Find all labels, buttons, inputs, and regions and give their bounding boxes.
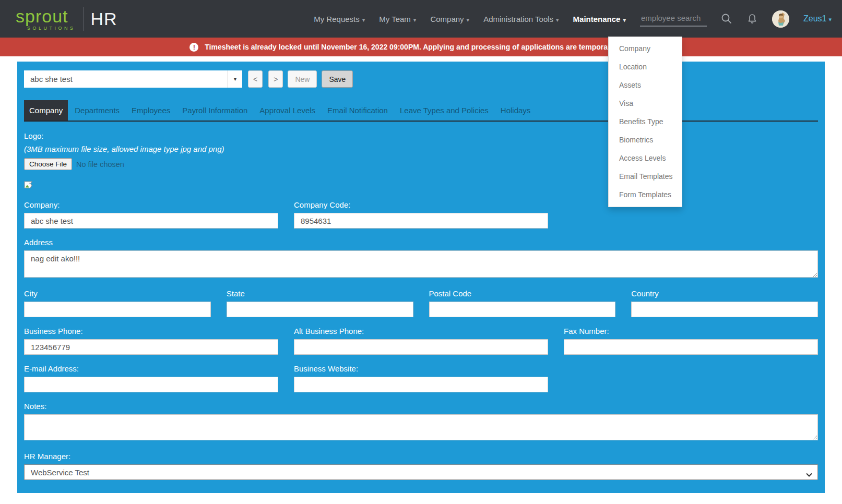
- company-field[interactable]: [24, 213, 278, 229]
- postal-code-label: Postal Code: [429, 289, 616, 298]
- nav-company[interactable]: Company▾: [430, 15, 469, 23]
- fax-number-field[interactable]: [564, 339, 818, 355]
- postal-code-field[interactable]: [429, 302, 616, 317]
- nav-links: My Requests▾ My Team▾ Company▾ Administr…: [314, 10, 832, 28]
- employee-search-input[interactable]: [640, 11, 707, 27]
- save-button[interactable]: Save: [322, 70, 353, 88]
- tab-email-notification[interactable]: Email Notification: [322, 100, 393, 121]
- logo-file-input: Choose File No file chosen: [24, 158, 818, 170]
- brand-logo[interactable]: sprout SOLUTIONS HR: [16, 7, 117, 31]
- alert-exclamation-icon: !: [189, 43, 198, 52]
- city-field[interactable]: [24, 302, 211, 317]
- tab-leave-types-and-policies[interactable]: Leave Types and Policies: [395, 100, 494, 121]
- top-nav: sprout SOLUTIONS HR My Requests▾ My Team…: [0, 0, 842, 38]
- tab-holidays[interactable]: Holidays: [495, 100, 536, 121]
- chevron-down-icon: ▾: [362, 17, 365, 23]
- notes-label: Notes:: [24, 402, 818, 411]
- user-menu[interactable]: Zeus1▾: [803, 14, 832, 23]
- chevron-down-icon: ▾: [623, 17, 626, 23]
- menu-item-location[interactable]: Location: [609, 58, 682, 76]
- nav-my-requests[interactable]: My Requests▾: [314, 15, 365, 23]
- brand-product: HR: [91, 9, 117, 29]
- menu-item-benefits-type[interactable]: Benefits Type: [609, 113, 682, 131]
- logo-note: (3MB maximum file size, allowed image ty…: [24, 145, 818, 153]
- tab-bar: Company Departments Employees Payroll In…: [24, 100, 818, 122]
- hr-manager-selected-value: WebService Test: [31, 468, 89, 477]
- prev-company-button[interactable]: <: [248, 70, 263, 88]
- hr-manager-select[interactable]: WebService Test: [24, 464, 818, 480]
- menu-item-visa[interactable]: Visa: [609, 94, 682, 113]
- email-address-label: E-mail Address:: [24, 364, 278, 373]
- bell-icon[interactable]: [746, 13, 758, 25]
- alt-business-phone-label: Alt Business Phone:: [294, 327, 548, 335]
- tab-approval-levels[interactable]: Approval Levels: [254, 100, 321, 121]
- nav-my-team[interactable]: My Team▾: [379, 15, 416, 23]
- chevron-down-icon: ▾: [828, 16, 832, 22]
- chevron-down-icon: ▾: [413, 17, 417, 23]
- state-field[interactable]: [227, 302, 413, 317]
- nav-administration-tools[interactable]: Administration Tools▾: [483, 15, 559, 23]
- address-field[interactable]: nag edit ako!!!: [24, 250, 818, 278]
- company-toolbar: ▾ < > New Save: [24, 70, 818, 88]
- brand-divider: [83, 7, 84, 31]
- country-field[interactable]: [631, 302, 818, 317]
- company-form: Logo: (3MB maximum file size, allowed im…: [24, 131, 818, 480]
- menu-item-access-levels[interactable]: Access Levels: [609, 149, 682, 167]
- combo-arrow-icon[interactable]: ▾: [228, 70, 242, 88]
- new-button[interactable]: New: [288, 70, 317, 88]
- select-chevron-icon: [806, 470, 812, 478]
- logo-label: Logo:: [24, 131, 818, 140]
- chevron-down-icon: ▾: [556, 17, 559, 23]
- brand-name: sprout: [16, 7, 76, 25]
- hr-manager-label: HR Manager:: [24, 452, 818, 461]
- alert-text: Timesheet is already locked until Novemb…: [205, 43, 652, 51]
- menu-item-email-templates[interactable]: Email Templates: [609, 167, 682, 186]
- alert-banner: ! Timesheet is already locked until Nove…: [0, 38, 842, 56]
- notes-field[interactable]: [24, 414, 818, 440]
- tab-payroll-information[interactable]: Payroll Information: [177, 100, 253, 121]
- search-icon[interactable]: [721, 13, 732, 25]
- broken-image-icon: [24, 181, 818, 191]
- business-website-field[interactable]: [294, 377, 548, 392]
- city-label: City: [24, 289, 211, 298]
- business-phone-field[interactable]: [24, 339, 278, 355]
- company-selector-input[interactable]: [24, 70, 228, 88]
- next-company-button[interactable]: >: [268, 70, 283, 88]
- brand-subtitle: SOLUTIONS: [16, 26, 76, 31]
- company-selector: ▾: [24, 70, 242, 88]
- tab-employees[interactable]: Employees: [126, 100, 175, 121]
- company-code-label: Company Code:: [294, 200, 548, 209]
- state-label: State: [227, 289, 413, 298]
- address-label: Address: [24, 238, 818, 247]
- choose-file-button[interactable]: Choose File: [24, 158, 72, 170]
- fax-number-label: Fax Number:: [564, 327, 818, 335]
- company-settings-panel: ▾ < > New Save Company Departments Emplo…: [17, 62, 825, 493]
- business-phone-label: Business Phone:: [24, 327, 278, 335]
- avatar[interactable]: [772, 10, 789, 28]
- menu-item-company[interactable]: Company: [609, 40, 682, 58]
- menu-item-biometrics[interactable]: Biometrics: [609, 131, 682, 149]
- business-website-label: Business Website:: [294, 364, 548, 373]
- alt-business-phone-field[interactable]: [294, 339, 548, 355]
- chevron-down-icon: ▾: [467, 17, 470, 23]
- tab-departments[interactable]: Departments: [69, 100, 125, 121]
- menu-item-form-templates[interactable]: Form Templates: [609, 186, 682, 204]
- no-file-chosen-text: No file chosen: [76, 160, 124, 169]
- menu-item-assets[interactable]: Assets: [609, 76, 682, 94]
- company-label: Company:: [24, 200, 278, 209]
- country-label: Country: [631, 289, 818, 298]
- email-address-field[interactable]: [24, 377, 278, 392]
- company-code-field[interactable]: [294, 213, 548, 229]
- tab-company[interactable]: Company: [24, 100, 68, 121]
- nav-maintenance[interactable]: Maintenance▾: [573, 15, 626, 23]
- maintenance-dropdown: Company Location Assets Visa Benefits Ty…: [608, 37, 682, 207]
